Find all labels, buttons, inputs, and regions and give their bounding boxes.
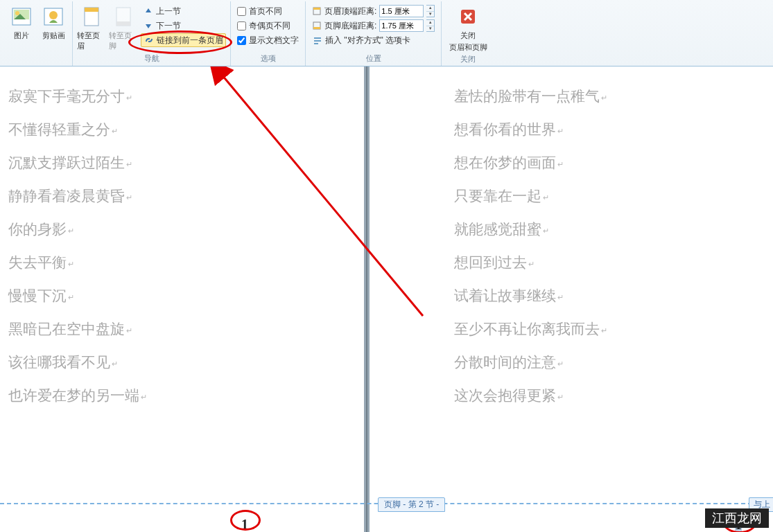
- odd-even-different-checkbox[interactable]: 奇偶页不同: [235, 19, 301, 33]
- body-line: 该往哪我看不见: [8, 346, 361, 380]
- clipart-icon: [42, 4, 64, 29]
- header-distance-spinner[interactable]: ▲▼: [426, 5, 435, 17]
- position-stack: 页眉顶端距离: ▲▼ 页脚底端距离: ▲▼ 插入 "对齐方式": [310, 3, 437, 47]
- page-number-left[interactable]: 1: [241, 517, 248, 532]
- ribbon-group-insert-label: [7, 54, 68, 66]
- nav-small-buttons: 上一节 下一节 链接到前一条页眉: [141, 3, 226, 47]
- body-line: 这次会抱得更紧: [454, 380, 731, 413]
- body-line: 就能感觉甜蜜: [454, 213, 731, 247]
- spinner-up-icon[interactable]: ▲: [426, 6, 434, 12]
- page-right-content: 羞怯的脸带有一点稚气想看你看的世界想在你梦的画面只要靠在一起就能感觉甜蜜想回到过…: [371, 66, 731, 413]
- ribbon-group-nav: 转至页眉 转至页脚 上一节 下一节: [73, 1, 231, 66]
- body-line: 想回到过去: [454, 247, 731, 280]
- svg-rect-15: [314, 43, 318, 44]
- first-page-different-label: 首页不同: [249, 6, 282, 17]
- insert-picture-label: 图片: [14, 30, 29, 41]
- ribbon-group-options: 首页不同 奇偶页不同 显示文档文字 选项: [231, 1, 306, 66]
- odd-even-different-label: 奇偶页不同: [249, 20, 290, 32]
- body-line: 失去平衡: [8, 247, 361, 280]
- page-right: 羞怯的脸带有一点稚气想看你看的世界想在你梦的画面只要靠在一起就能感觉甜蜜想回到过…: [371, 66, 731, 413]
- insert-clipart-label: 剪贴画: [42, 30, 65, 41]
- body-line: 想看你看的世界: [454, 114, 731, 147]
- close-hf-label1: 关闭: [460, 30, 476, 41]
- show-doc-text-checkbox[interactable]: 显示文档文字: [235, 33, 301, 47]
- svg-rect-13: [314, 37, 321, 39]
- goto-footer-button: 转至页脚: [109, 3, 138, 51]
- footer-distance-input[interactable]: [379, 19, 424, 32]
- body-line: 你的身影: [8, 213, 361, 247]
- goto-footer-label: 转至页脚: [109, 30, 138, 51]
- svg-rect-10: [313, 8, 320, 10]
- svg-rect-12: [313, 27, 320, 29]
- body-line: 黑暗已在空中盘旋: [8, 313, 361, 346]
- insert-align-tab-button[interactable]: 插入 "对齐方式" 选项卡: [310, 33, 437, 47]
- goto-header-button[interactable]: 转至页眉: [77, 3, 106, 51]
- svg-rect-6: [85, 8, 98, 12]
- arrow-down-icon: [143, 20, 154, 31]
- body-line: 试着让故事继续: [454, 280, 731, 313]
- goto-header-label: 转至页眉: [77, 30, 106, 51]
- svg-point-4: [49, 11, 58, 19]
- footer-distance-icon: [312, 21, 322, 30]
- close-hf-label2: 页眉和页脚: [449, 42, 487, 53]
- goto-header-icon: [80, 4, 103, 29]
- insert-picture-button[interactable]: 图片: [7, 3, 36, 41]
- body-line: 沉默支撑跃过陌生: [8, 147, 361, 180]
- footer-distance-spinner[interactable]: ▲▼: [426, 19, 435, 32]
- ribbon-group-options-label: 选项: [235, 52, 301, 66]
- spinner-down-icon[interactable]: ▼: [426, 26, 434, 32]
- prev-section-label: 上一节: [156, 6, 181, 17]
- body-line: 只要靠在一起: [454, 180, 731, 213]
- insert-clipart-button[interactable]: 剪贴画: [39, 3, 68, 41]
- picture-icon: [10, 4, 33, 29]
- show-doc-text-input[interactable]: [237, 36, 246, 45]
- footer-distance-row: 页脚底端距离: ▲▼: [310, 19, 437, 33]
- arrow-up-icon: [143, 6, 154, 17]
- ribbon-group-nav-label: 导航: [77, 52, 226, 66]
- ribbon-group-close-label: 关闭: [446, 53, 490, 66]
- ribbon-group-position: 页眉顶端距离: ▲▼ 页脚底端距离: ▲▼ 插入 "对齐方式": [306, 1, 442, 66]
- body-line: 也许爱在梦的另一端: [8, 380, 361, 413]
- header-distance-label: 页眉顶端距离:: [324, 6, 376, 17]
- align-tab-icon: [312, 35, 323, 46]
- body-line: 不懂得轻重之分: [8, 114, 361, 147]
- header-distance-icon: [312, 6, 322, 16]
- footer-distance-label: 页脚底端距离:: [324, 20, 376, 32]
- link-icon: [144, 35, 155, 46]
- page-separator: [364, 66, 370, 532]
- header-distance-input[interactable]: [379, 5, 424, 17]
- watermark: 江西龙网: [705, 508, 769, 528]
- body-line: 想在你梦的画面: [454, 147, 731, 180]
- show-doc-text-label: 显示文档文字: [249, 35, 299, 46]
- odd-even-different-input[interactable]: [237, 21, 246, 30]
- ribbon-group-insert: 图片 剪贴画: [3, 1, 73, 66]
- ribbon: 图片 剪贴画 转至页眉 转至页脚: [0, 0, 773, 66]
- goto-footer-icon: [112, 4, 134, 29]
- document-area: 寂寞下手毫无分寸不懂得轻重之分沉默支撑跃过陌生静静看着凌晨黄昏你的身影失去平衡慢…: [0, 66, 773, 532]
- insert-align-tab-label: 插入 "对齐方式" 选项卡: [325, 35, 410, 46]
- next-section-button[interactable]: 下一节: [141, 19, 226, 33]
- first-page-different-input[interactable]: [237, 7, 246, 16]
- footer-section-tab: 页脚 - 第 2 节 -: [378, 497, 445, 512]
- first-page-different-checkbox[interactable]: 首页不同: [235, 4, 301, 18]
- svg-rect-8: [116, 21, 130, 26]
- link-to-previous-label: 链接到前一条页眉: [157, 35, 223, 46]
- body-line: 羞怯的脸带有一点稚气: [454, 80, 731, 114]
- svg-point-2: [15, 11, 19, 15]
- body-line: 慢慢下沉: [8, 280, 361, 313]
- options-stack: 首页不同 奇偶页不同 显示文档文字: [235, 3, 301, 47]
- page-left: 寂寞下手毫无分寸不懂得轻重之分沉默支撑跃过陌生静静看着凌晨黄昏你的身影失去平衡慢…: [0, 66, 361, 413]
- close-header-footer-button[interactable]: 关闭 页眉和页脚: [446, 3, 490, 53]
- link-to-previous-button[interactable]: 链接到前一条页眉: [141, 33, 226, 47]
- ribbon-group-close: 关闭 页眉和页脚 关闭: [442, 1, 494, 66]
- close-icon: [457, 4, 479, 29]
- header-distance-row: 页眉顶端距离: ▲▼: [310, 4, 437, 18]
- spinner-up-icon[interactable]: ▲: [426, 20, 434, 26]
- page-left-content: 寂寞下手毫无分寸不懂得轻重之分沉默支撑跃过陌生静静看着凌晨黄昏你的身影失去平衡慢…: [0, 66, 361, 413]
- svg-rect-14: [314, 40, 321, 42]
- spinner-down-icon[interactable]: ▼: [426, 12, 434, 17]
- body-line: 寂寞下手毫无分寸: [8, 80, 361, 114]
- next-section-label: 下一节: [156, 20, 181, 32]
- prev-section-button[interactable]: 上一节: [141, 4, 226, 18]
- body-line: 静静看着凌晨黄昏: [8, 180, 361, 213]
